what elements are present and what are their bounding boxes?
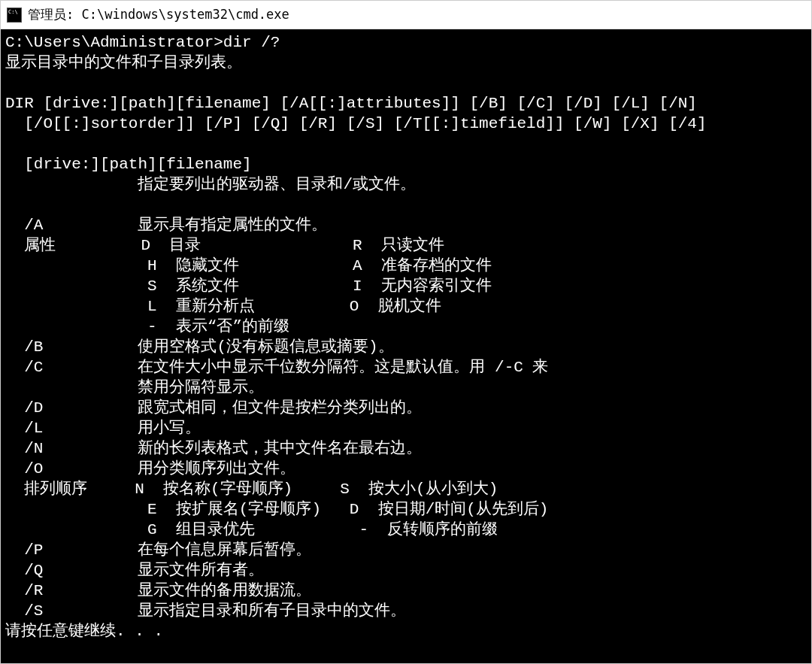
terminal-line: /R 显示文件的备用数据流。	[5, 582, 311, 599]
terminal-line: 显示目录中的文件和子目录列表。	[5, 54, 242, 71]
terminal-line: [drive:][path][filename]	[5, 156, 252, 173]
terminal-line: /Q 显示文件所有者。	[5, 562, 264, 579]
terminal-line: /C 在文件大小中显示千位数分隔符。这是默认值。用 /-C 来	[5, 359, 548, 376]
terminal-line: /P 在每个信息屏幕后暂停。	[5, 541, 311, 559]
terminal-line: /A 显示具有指定属性的文件。	[5, 217, 327, 234]
terminal-line: /D 跟宽式相同，但文件是按栏分类列出的。	[5, 399, 422, 417]
terminal-line: C:\Users\Administrator>dir /?	[5, 34, 280, 51]
terminal-line: L 重新分析点 O 脱机文件	[5, 298, 441, 315]
terminal-line: G 组目录优先 - 反转顺序的前缀	[5, 521, 498, 538]
terminal-output[interactable]: C:\Users\Administrator>dir /? 显示目录中的文件和子…	[1, 29, 811, 663]
terminal-line: 请按任意键继续. . .	[5, 623, 163, 640]
cmd-window: 管理员: C:\windows\system32\cmd.exe C:\User…	[0, 0, 812, 664]
terminal-line: 属性 D 目录 R 只读文件	[5, 237, 444, 254]
terminal-line: /B 使用空格式(没有标题信息或摘要)。	[5, 338, 394, 356]
terminal-line: /S 显示指定目录和所有子目录中的文件。	[5, 602, 406, 620]
terminal-line: 禁用分隔符显示。	[5, 379, 264, 396]
terminal-line: 指定要列出的驱动器、目录和/或文件。	[5, 176, 416, 193]
terminal-line: /O 用分类顺序列出文件。	[5, 460, 295, 478]
terminal-line: /L 用小写。	[5, 420, 201, 437]
terminal-line: S 系统文件 I 无内容索引文件	[5, 277, 492, 295]
terminal-line: /N 新的长列表格式，其中文件名在最右边。	[5, 440, 422, 457]
cmd-icon	[7, 8, 22, 23]
terminal-line: DIR [drive:][path][filename] [/A[[:]attr…	[5, 95, 697, 112]
terminal-line: [/O[[:]sortorder]] [/P] [/Q] [/R] [/S] […	[5, 115, 707, 132]
window-title: 管理员: C:\windows\system32\cmd.exe	[28, 6, 289, 23]
terminal-line: - 表示“否”的前缀	[5, 318, 289, 335]
terminal-line: 排列顺序 N 按名称(字母顺序) S 按大小(从小到大)	[5, 481, 498, 498]
terminal-line: E 按扩展名(字母顺序) D 按日期/时间(从先到后)	[5, 501, 548, 518]
title-bar[interactable]: 管理员: C:\windows\system32\cmd.exe	[1, 1, 811, 29]
terminal-line: H 隐藏文件 A 准备存档的文件	[5, 257, 492, 274]
